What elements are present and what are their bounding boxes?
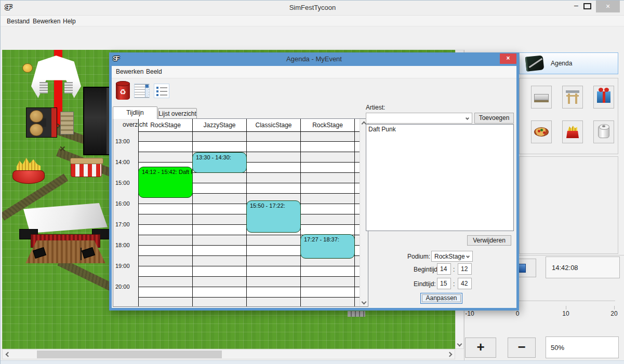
apply-button[interactable]: Aanpassen <box>420 293 462 304</box>
map-burger-stand[interactable] <box>26 107 57 138</box>
pizza-button[interactable] <box>531 120 552 143</box>
stage-column-header: JazzyStage <box>193 119 246 131</box>
fries-icon <box>566 126 579 138</box>
grid-row[interactable] <box>138 142 360 152</box>
artist-label: Artiest: <box>366 104 385 111</box>
scrollbar-thumb[interactable] <box>37 350 222 358</box>
time-label: 19:00 <box>115 263 136 269</box>
map-horizontal-scrollbar[interactable] <box>2 349 455 359</box>
scroll-right-icon[interactable] <box>445 349 454 359</box>
artist-dropdown[interactable] <box>366 113 472 124</box>
add-artist-button[interactable]: Toevoegen <box>474 113 514 124</box>
stage-column-header: RockStage <box>301 119 354 131</box>
agenda-label: Agenda <box>551 60 572 67</box>
grid-row[interactable] <box>138 277 360 287</box>
grid-row[interactable] <box>138 152 360 163</box>
dialog-close-button[interactable]: × <box>500 53 516 64</box>
end-minute-input[interactable]: 42 <box>458 278 472 289</box>
map-tent-leg <box>64 82 73 93</box>
agenda-dialog: SF Agenda - MyEvent × Bewerken Beeld ♻ T… <box>109 52 519 311</box>
event-block-selected[interactable]: 14:12 - 15:42: Daft Punk <box>138 167 193 198</box>
game-clock: 14:42:08 <box>546 257 620 278</box>
time-gutter: 13:0014:0015:0016:0017:0018:0019:0020:00 <box>113 119 138 307</box>
minimize-button[interactable]: – <box>570 1 582 12</box>
event-block[interactable]: 15:50 - 17:22: <box>246 200 301 232</box>
map-tent-logo <box>22 63 33 73</box>
grid-row[interactable] <box>138 298 360 307</box>
dialog-menubar: Bewerken Beeld <box>112 66 516 78</box>
timeline-panel: 13:0014:0015:0016:0017:0018:0019:0020:00… <box>113 118 368 307</box>
shop-items-group <box>519 78 618 154</box>
dialog-menu-beeld[interactable]: Beeld <box>144 68 164 76</box>
artist-list-item[interactable]: Daft Punk <box>368 126 511 133</box>
trash-icon[interactable]: ♻ <box>116 83 130 100</box>
torii-gate-icon <box>566 90 579 104</box>
scroll-left-icon[interactable] <box>4 349 12 359</box>
chevron-down-icon <box>466 254 470 258</box>
time-colon: : <box>453 266 455 273</box>
sidebar-item-agenda[interactable]: Agenda <box>519 52 618 74</box>
torii-gate-button[interactable] <box>562 86 583 109</box>
close-button[interactable]: × <box>596 1 620 12</box>
zoom-out-button[interactable]: − <box>508 338 536 358</box>
slider-tick-label: 20 <box>606 310 622 317</box>
end-hour-input[interactable]: 15 <box>437 278 451 289</box>
tab-lijst-overzicht[interactable]: Lijst overzicht <box>158 108 197 119</box>
event-block[interactable]: 13:30 - 14:30: <box>192 152 247 173</box>
main-menubar: Bestand Bewerken Help <box>1 15 624 26</box>
timeline-view-icon[interactable] <box>134 84 150 98</box>
menu-bewerken[interactable]: Bewerken <box>31 17 62 25</box>
maximize-button[interactable] <box>583 3 591 9</box>
dialog-menu-bewerken[interactable]: Bewerken <box>114 68 145 76</box>
grid-row[interactable] <box>138 131 360 142</box>
dialog-content: Bewerken Beeld ♻ Tijdlijn overzicht Lijs… <box>112 66 516 308</box>
scroll-down-icon[interactable] <box>360 298 368 305</box>
map-rig-structure[interactable] <box>83 87 111 155</box>
gift-box-button[interactable] <box>593 86 614 109</box>
zoom-in-button[interactable]: + <box>465 338 496 358</box>
grid-row[interactable] <box>138 287 360 298</box>
begin-minute-input[interactable]: 12 <box>458 263 472 275</box>
slider-tick-label: -10 <box>462 310 477 317</box>
slider-tick <box>614 306 615 309</box>
slider-tick <box>566 306 566 309</box>
remove-button[interactable]: Verwijderen <box>467 235 511 246</box>
toilet-paper-button[interactable] <box>593 120 614 143</box>
list-view-icon[interactable] <box>154 84 169 98</box>
time-label: 15:00 <box>115 180 136 186</box>
fries-button[interactable] <box>562 120 583 143</box>
chevron-down-icon <box>466 116 469 120</box>
menu-bestand[interactable]: Bestand <box>5 17 32 25</box>
time-label: 20:00 <box>115 284 136 290</box>
grid-row[interactable] <box>138 266 360 277</box>
map-main-stage[interactable] <box>19 203 111 254</box>
slider-tick-label: 10 <box>558 310 574 317</box>
burger-icon <box>30 110 43 123</box>
begin-hour-input[interactable]: 14 <box>437 263 451 275</box>
zoom-level: 50% <box>546 336 619 358</box>
podium-dropdown[interactable]: RockStage <box>431 251 473 262</box>
window-title: SimFestTycoon <box>1 4 624 11</box>
road-tile-button[interactable] <box>531 86 552 109</box>
menu-help[interactable]: Help <box>61 17 78 25</box>
slider-tick-label: 0 <box>510 310 525 317</box>
stage-column-header: ClassicStage <box>247 119 300 131</box>
artist-listbox[interactable]: Daft Punk <box>366 124 514 231</box>
time-label: 16:00 <box>115 200 136 207</box>
pizza-icon <box>534 127 549 137</box>
time-label: 17:00 <box>115 221 136 227</box>
burger-icon <box>30 124 43 136</box>
map-table[interactable] <box>60 112 74 134</box>
window-bottom-edge <box>1 360 624 364</box>
gift-box-icon <box>597 91 610 103</box>
podium-label: Podium: <box>407 253 430 260</box>
scroll-down-icon[interactable] <box>456 340 463 348</box>
map-tent-leg <box>39 82 48 93</box>
event-block[interactable]: 17:27 - 18:37: <box>300 234 355 259</box>
tab-tijdlijn-overzicht[interactable]: Tijdlijn overzicht <box>113 106 157 119</box>
time-colon: : <box>453 280 455 288</box>
map-fries-stand[interactable] <box>12 158 45 184</box>
main-toolbar <box>1 26 624 50</box>
toilet-paper-icon <box>598 126 609 138</box>
map-striped-stand[interactable] <box>71 159 102 177</box>
